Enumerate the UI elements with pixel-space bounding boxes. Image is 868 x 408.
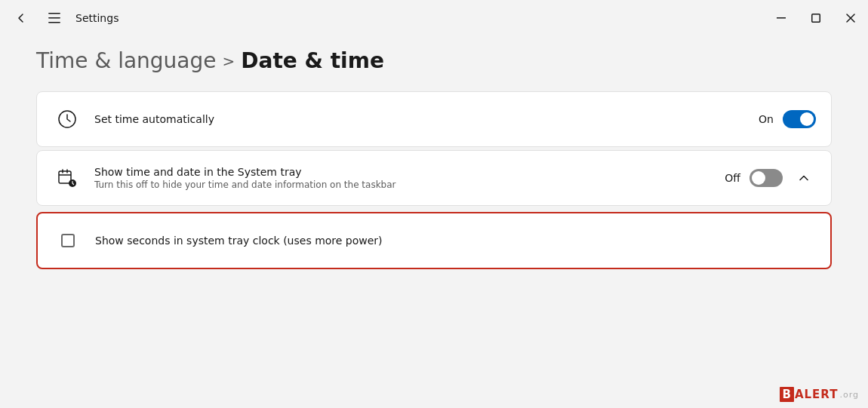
set-time-toggle[interactable]: [783, 110, 816, 128]
show-tray-control: Off: [725, 166, 816, 190]
content-area: Time & language > Date & time Set time a…: [0, 36, 868, 408]
show-tray-toggle[interactable]: [749, 169, 783, 187]
show-tray-card: Show time and date in the System tray Tu…: [36, 150, 832, 206]
show-tray-text: Show time and date in the System tray Tu…: [94, 166, 725, 190]
set-time-text: Set time automatically: [94, 113, 759, 125]
svg-rect-2: [48, 22, 60, 23]
svg-rect-3: [777, 17, 786, 19]
svg-rect-4: [812, 14, 820, 23]
show-seconds-row: Show seconds in system tray clock (uses …: [53, 213, 815, 268]
minimize-button[interactable]: [764, 0, 799, 36]
clock-icon: [52, 104, 82, 134]
show-tray-title: Show time and date in the System tray: [94, 166, 725, 178]
settings-cards: Set time automatically On: [36, 91, 832, 269]
breadcrumb-current: Date & time: [241, 48, 384, 73]
window-title: Settings: [75, 12, 119, 24]
breadcrumb-parent: Time & language: [36, 48, 217, 73]
title-bar: Settings: [0, 0, 868, 36]
show-tray-toggle-label: Off: [725, 172, 740, 184]
calendar-clock-icon: [52, 163, 82, 193]
show-seconds-checkbox[interactable]: [61, 234, 75, 247]
svg-rect-0: [48, 13, 60, 14]
set-time-toggle-label: On: [759, 113, 774, 125]
show-tray-subtitle: Turn this off to hide your time and date…: [94, 179, 725, 190]
watermark: B ALERT .org: [780, 387, 859, 402]
breadcrumb: Time & language > Date & time: [36, 48, 832, 73]
set-time-title: Set time automatically: [94, 113, 759, 125]
watermark-org: .org: [839, 390, 859, 400]
maximize-button[interactable]: [799, 0, 833, 36]
show-seconds-checkbox-area: [53, 225, 83, 256]
title-bar-left: Settings: [9, 6, 119, 30]
svg-rect-6: [59, 171, 71, 183]
watermark-rest: ALERT: [795, 388, 839, 401]
window-controls: [764, 0, 868, 36]
back-button[interactable]: [9, 6, 33, 30]
set-time-row: Set time automatically On: [52, 92, 816, 146]
set-time-card: Set time automatically On: [36, 91, 832, 147]
show-seconds-card: Show seconds in system tray clock (uses …: [36, 212, 832, 269]
svg-rect-1: [48, 17, 60, 19]
watermark-b: B: [780, 387, 793, 402]
window: Settings Time & language > Date & time: [0, 0, 868, 408]
show-tray-row: Show time and date in the System tray Tu…: [52, 151, 816, 205]
show-seconds-title: Show seconds in system tray clock (uses …: [95, 235, 383, 247]
breadcrumb-separator: >: [223, 52, 235, 70]
hamburger-menu-button[interactable]: [42, 6, 66, 30]
show-tray-chevron[interactable]: [792, 166, 816, 190]
close-button[interactable]: [833, 0, 868, 36]
set-time-control: On: [759, 110, 816, 128]
